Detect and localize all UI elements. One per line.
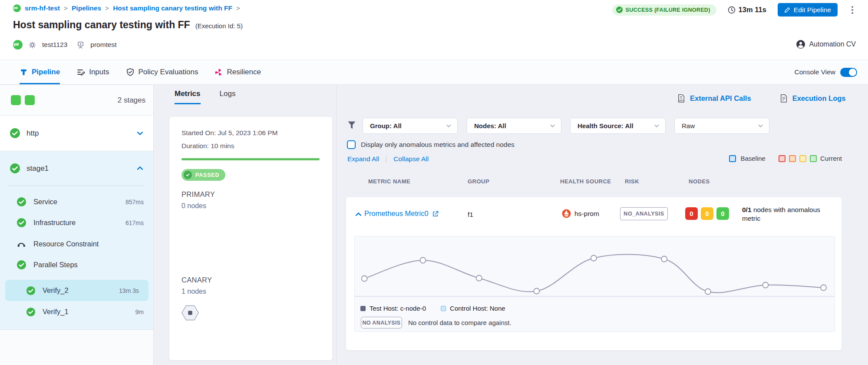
breadcrumb-separator: >: [105, 4, 109, 12]
triggered-by: Automation CV: [796, 40, 856, 49]
step-verify-2[interactable]: Verify_2 13m 3s: [5, 280, 149, 301]
verify-step-panel: Metrics Logs Started On: Jul 5, 2023 1:0…: [154, 85, 337, 365]
col-nodes: NODES: [689, 178, 710, 185]
risk-badge: NO_ANALYSIS: [620, 207, 668, 220]
external-api-calls-link[interactable]: API External API Calls: [677, 94, 751, 103]
started-on: Started On: Jul 5, 2023 1:06 PM: [182, 126, 320, 139]
elapsed-time-value: 13m 11s: [739, 6, 766, 14]
step-name: Verify_2: [43, 286, 69, 295]
pipeline-icon: [20, 68, 28, 76]
monitored-service-name: promtest: [90, 41, 116, 49]
tab-resilience-label: Resilience: [227, 68, 261, 76]
data-mode-dropdown[interactable]: Raw: [674, 118, 769, 134]
breadcrumb-separator: >: [64, 4, 68, 12]
tab-policy-evaluations-label: Policy Evaluations: [139, 68, 198, 76]
metric-name-link[interactable]: Prometheus Metric0: [364, 209, 439, 218]
stage-count-bar: 2 stages: [0, 85, 153, 116]
execution-id: (Execution Id: 5): [195, 22, 243, 30]
canary-node-count: 1 nodes: [182, 288, 320, 295]
page-title: Host sampling canary testing with FF: [13, 19, 190, 31]
more-options-menu-icon[interactable]: [849, 3, 856, 17]
tab-pipeline-label: Pipeline: [32, 68, 60, 76]
divider: [386, 155, 386, 163]
check-circle-icon: [616, 7, 623, 13]
success-check-icon: [26, 307, 36, 317]
canary-node-hexagon[interactable]: [182, 305, 199, 321]
edit-pipeline-label: Edit Pipeline: [794, 6, 831, 14]
console-view-toggle[interactable]: [840, 68, 857, 77]
canary-label: CANARY: [182, 276, 320, 284]
nodes-summary-count: 0/1: [742, 206, 752, 213]
baseline-current-legend: Baseline Current: [729, 155, 842, 162]
triggered-by-user: Automation CV: [809, 40, 856, 48]
nodes-filter-dropdown[interactable]: Nodes: All: [467, 118, 561, 134]
metric-sparkline-chart: [355, 240, 835, 305]
nodes-filter-value: Nodes: All: [474, 122, 506, 129]
anomalous-filter-checkbox[interactable]: [347, 140, 356, 149]
resource-constraint-icon: [17, 239, 26, 249]
step-verify-1[interactable]: Verify_1 9m: [0, 301, 153, 322]
chevron-down-icon: [446, 123, 452, 129]
breadcrumb-pipelines[interactable]: Pipelines: [72, 4, 101, 12]
tab-resilience[interactable]: Resilience: [215, 60, 261, 84]
verify-progress-bar: [182, 158, 320, 160]
breadcrumb-pipeline-name[interactable]: Host sampling canary testing with FF: [113, 4, 232, 12]
no-analysis-badge: NO ANALYSIS: [361, 317, 402, 328]
success-check-icon: [10, 163, 20, 174]
col-risk: RISK: [625, 178, 639, 185]
expand-collapse-controls: Expand All Collapse All: [347, 155, 429, 163]
tab-logs[interactable]: Logs: [220, 90, 236, 104]
divider: [9, 186, 145, 186]
chart-host-legend: Test Host: c-node-0 Control Host: None: [360, 305, 505, 312]
execution-logs-link[interactable]: Execution Logs: [779, 94, 846, 103]
tab-inputs[interactable]: Inputs: [76, 60, 109, 84]
sidebar-stage-http[interactable]: http: [0, 116, 153, 151]
anomalous-filter: Display only anomalous metrics and affec…: [347, 140, 515, 149]
primary-node-count: 0 nodes: [182, 202, 320, 210]
service-name: test1123: [42, 41, 67, 49]
step-duration: 617ms: [125, 219, 144, 226]
test-host-swatch: [360, 306, 366, 311]
check-icon: [184, 171, 192, 179]
breadcrumb-project[interactable]: srm-hf-test: [25, 4, 60, 12]
anomalous-node-count-green: 0: [716, 207, 729, 220]
verify-summary-card: Started On: Jul 5, 2023 1:06 PM Duration…: [169, 117, 332, 360]
sidebar-stage-stage1[interactable]: stage1: [0, 151, 153, 186]
health-source-value: hs-prom: [574, 210, 599, 218]
execution-logs-label: Execution Logs: [792, 94, 846, 103]
chevron-down-icon[interactable]: [136, 129, 144, 137]
api-document-icon: API: [677, 94, 686, 103]
col-group: GROUP: [468, 178, 489, 185]
external-link-icon: [432, 210, 439, 217]
control-host-label: Control Host: None: [450, 305, 505, 312]
step-service[interactable]: Service 857ms: [0, 191, 153, 212]
current-red-swatch: [779, 155, 785, 162]
tab-metrics[interactable]: Metrics: [175, 90, 201, 104]
edit-pipeline-button[interactable]: Edit Pipeline: [778, 3, 838, 17]
elapsed-time: 13m 11s: [728, 6, 766, 14]
success-check-icon: [17, 218, 26, 228]
step-parallel-steps[interactable]: Parallel Steps: [0, 254, 153, 275]
verify-duration: Duration: 10 mins: [182, 139, 320, 153]
chevron-up-icon[interactable]: [136, 165, 144, 172]
tab-pipeline[interactable]: Pipeline: [20, 60, 60, 84]
no-analysis-message: No control data to compare against.: [408, 319, 512, 326]
expand-all-link[interactable]: Expand All: [347, 155, 379, 163]
collapse-row-chevron-icon[interactable]: [355, 211, 362, 218]
verify-panel-tabs: Metrics Logs: [175, 90, 235, 104]
anomalous-node-count-yellow: 0: [701, 207, 713, 220]
metrics-filter-row: Group: All Nodes: All Health Source: All…: [347, 118, 868, 134]
health-source-filter-dropdown[interactable]: Health Source: All: [570, 118, 666, 134]
gear-icon: [28, 41, 36, 49]
tab-policy-evaluations[interactable]: Policy Evaluations: [126, 60, 198, 84]
nodes-summary-text: nodes with anomalous metric: [742, 206, 820, 222]
step-resource-constraint[interactable]: Resource Constraint: [0, 233, 153, 255]
step-infrastructure[interactable]: Infrastructure 617ms: [0, 212, 153, 233]
col-metric-name: METRIC NAME: [368, 178, 410, 185]
group-filter-dropdown[interactable]: Group: All: [363, 118, 458, 134]
collapse-all-link[interactable]: Collapse All: [393, 155, 429, 163]
passed-badge-label: PASSED: [195, 172, 219, 178]
canary-group: CANARY 1 nodes: [182, 276, 320, 321]
title-row: Host sampling canary testing with FF (Ex…: [13, 19, 243, 31]
resilience-icon: [215, 68, 223, 76]
